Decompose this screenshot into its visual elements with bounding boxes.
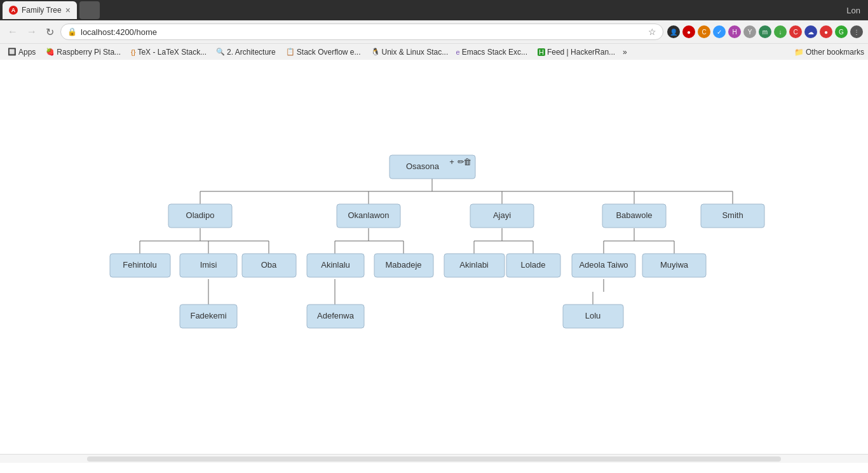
node-smith[interactable]: Smith bbox=[701, 204, 764, 228]
back-button[interactable]: ← bbox=[5, 24, 20, 40]
family-tree-svg: Osasona + ✏ 🗑 Oladipo Okanlawon Ajayi bbox=[15, 72, 853, 428]
extension-icons: 👤 ● C ✓ H Y m ↓ C ☁ ● G ⋮ bbox=[667, 25, 863, 38]
node-fadekemi-label: Fadekemi bbox=[190, 311, 226, 320]
ext-icon-2[interactable]: ● bbox=[682, 25, 695, 38]
ext-icon-8[interactable]: ↓ bbox=[774, 25, 787, 38]
page-content: Osasona + ✏ 🗑 Oladipo Okanlawon Ajayi bbox=[0, 60, 868, 454]
node-babawole[interactable]: Babawole bbox=[602, 204, 666, 228]
lock-icon: 🔒 bbox=[67, 27, 77, 36]
tree-container: Osasona + ✏ 🗑 Oladipo Okanlawon Ajayi bbox=[0, 60, 868, 441]
bookmark-so-label: Stack Overflow e... bbox=[297, 48, 361, 57]
bookmark-stackoverflow[interactable]: 📋 Stack Overflow e... bbox=[282, 47, 365, 57]
node-osasona-delete[interactable]: 🗑 bbox=[463, 157, 471, 167]
hacker-icon: H bbox=[538, 48, 545, 56]
address-bar-wrap: 🔒 ☆ bbox=[60, 24, 663, 40]
forward-button[interactable]: → bbox=[24, 24, 39, 40]
node-ajayi-label: Ajayi bbox=[493, 210, 511, 220]
tab-title: Family Tree bbox=[22, 6, 62, 15]
folder-icon: 📁 bbox=[794, 48, 804, 57]
nav-bar: ← → ↻ 🔒 ☆ 👤 ● C ✓ H Y m ↓ C ☁ ● G ⋮ bbox=[0, 20, 868, 43]
tab-favicon: A bbox=[9, 6, 18, 15]
ext-icon-12[interactable]: G bbox=[835, 25, 848, 38]
node-lolu[interactable]: Lolu bbox=[563, 305, 623, 328]
active-tab[interactable]: A Family Tree × bbox=[3, 1, 77, 19]
node-babawole-label: Babawole bbox=[616, 210, 652, 220]
bookmark-unix[interactable]: 🐧 Unix & Linux Stac... bbox=[367, 47, 450, 57]
bookmark-hacker[interactable]: H Feed | HackerRan... bbox=[534, 47, 616, 57]
node-oladipo[interactable]: Oladipo bbox=[168, 204, 232, 228]
bookmark-tex-label: TeX - LaTeX Stack... bbox=[137, 48, 207, 57]
node-lolade-label: Lolade bbox=[520, 260, 545, 270]
node-oba[interactable]: Oba bbox=[242, 254, 296, 277]
ext-icon-7[interactable]: m bbox=[759, 25, 771, 38]
node-imisi[interactable]: Imisi bbox=[180, 254, 237, 277]
ext-icon-5[interactable]: H bbox=[728, 25, 741, 38]
ext-icon-10[interactable]: ☁ bbox=[804, 25, 817, 38]
node-okanlawon[interactable]: Okanlawon bbox=[337, 204, 400, 228]
node-lolade[interactable]: Lolade bbox=[506, 254, 560, 277]
node-oba-label: Oba bbox=[261, 260, 277, 270]
node-muyiwa[interactable]: Muyiwa bbox=[642, 254, 706, 277]
other-bookmarks-label: Other bookmarks bbox=[806, 48, 864, 57]
node-fehintolu[interactable]: Fehintolu bbox=[110, 254, 170, 277]
node-muyiwa-label: Muyiwa bbox=[660, 260, 689, 270]
node-osasona-add[interactable]: + bbox=[449, 157, 454, 167]
node-mabadeje-label: Mabadeje bbox=[385, 260, 421, 270]
address-input[interactable] bbox=[81, 27, 644, 37]
node-lolu-label: Lolu bbox=[585, 311, 601, 320]
bookmark-unix-label: Unix & Linux Stac... bbox=[382, 48, 449, 57]
bookmark-star-icon[interactable]: ☆ bbox=[648, 27, 656, 37]
other-bookmarks[interactable]: 📁 Other bookmarks bbox=[794, 48, 864, 57]
raspberry-icon: 🍓 bbox=[46, 48, 55, 56]
node-adeola-taiwo-label: Adeola Taiwo bbox=[579, 260, 628, 270]
bookmark-arch[interactable]: 🔍 2. Architecture bbox=[212, 47, 280, 57]
node-akinlalu-label: Akinlalu bbox=[321, 260, 350, 270]
node-adefenwa-label: Adefenwa bbox=[317, 311, 355, 320]
unix-icon: 🐧 bbox=[371, 48, 380, 56]
so-icon: 📋 bbox=[286, 48, 295, 56]
node-akinlabi[interactable]: Akinlabi bbox=[444, 254, 505, 277]
bookmark-emacs-label: Emacs Stack Exc... bbox=[462, 48, 527, 57]
node-smith-label: Smith bbox=[722, 210, 743, 220]
node-akinlalu[interactable]: Akinlalu bbox=[307, 254, 364, 277]
node-adefenwa[interactable]: Adefenwa bbox=[307, 305, 364, 328]
bookmark-arch-label: 2. Architecture bbox=[227, 48, 276, 57]
node-oladipo-label: Oladipo bbox=[186, 210, 215, 220]
bookmark-more[interactable]: » bbox=[619, 47, 631, 57]
node-fadekemi[interactable]: Fadekemi bbox=[180, 305, 237, 328]
horizontal-scrollbar[interactable] bbox=[87, 456, 782, 462]
bookmark-apps-label: Apps bbox=[18, 48, 36, 57]
bookmark-more-label: » bbox=[623, 48, 627, 57]
apps-icon: 🔲 bbox=[8, 48, 17, 56]
tab-close-button[interactable]: × bbox=[65, 5, 71, 15]
node-imisi-label: Imisi bbox=[200, 260, 217, 270]
bookmark-emacs[interactable]: e Emacs Stack Exc... bbox=[452, 47, 531, 57]
ext-icon-6[interactable]: Y bbox=[743, 25, 756, 38]
ext-icon-4[interactable]: ✓ bbox=[713, 25, 726, 38]
browser-chrome: A Family Tree × Lon ← → ↻ 🔒 ☆ 👤 ● C ✓ H … bbox=[0, 0, 868, 60]
bookmark-raspberry-label: Raspberry Pi Sta... bbox=[57, 48, 121, 57]
node-ajayi[interactable]: Ajayi bbox=[470, 204, 534, 228]
user-label: Lon bbox=[846, 6, 865, 15]
ext-icon-1[interactable]: 👤 bbox=[667, 25, 680, 38]
node-mabadeje[interactable]: Mabadeje bbox=[374, 254, 433, 277]
bookmark-apps[interactable]: 🔲 Apps bbox=[4, 47, 39, 57]
bookmark-tex[interactable]: {} TeX - LaTeX Stack... bbox=[127, 47, 210, 57]
bookmarks-bar: 🔲 Apps 🍓 Raspberry Pi Sta... {} TeX - La… bbox=[0, 43, 868, 60]
node-adeola-taiwo[interactable]: Adeola Taiwo bbox=[572, 254, 635, 277]
node-okanlawon-label: Okanlawon bbox=[348, 210, 389, 220]
bookmark-raspberry[interactable]: 🍓 Raspberry Pi Sta... bbox=[42, 47, 125, 57]
tex-icon: {} bbox=[131, 48, 135, 56]
ext-icon-11[interactable]: ● bbox=[820, 25, 832, 38]
node-fehintolu-label: Fehintolu bbox=[123, 260, 156, 270]
ext-icon-3[interactable]: C bbox=[698, 25, 710, 38]
new-tab-area bbox=[79, 1, 100, 19]
node-akinlabi-label: Akinlabi bbox=[459, 260, 489, 270]
emacs-icon: e bbox=[456, 48, 460, 56]
node-osasona[interactable]: Osasona + ✏ 🗑 bbox=[390, 155, 475, 179]
node-osasona-label: Osasona bbox=[406, 161, 440, 171]
arch-icon: 🔍 bbox=[216, 48, 225, 56]
ext-icon-13[interactable]: ⋮ bbox=[850, 25, 863, 38]
ext-icon-9[interactable]: C bbox=[789, 25, 802, 38]
refresh-button[interactable]: ↻ bbox=[43, 24, 57, 41]
